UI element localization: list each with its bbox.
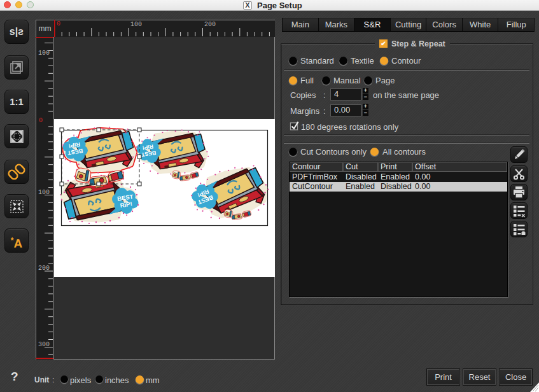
svg-text:100: 100 bbox=[130, 21, 142, 28]
svg-text:0: 0 bbox=[39, 117, 43, 124]
svg-text:100: 100 bbox=[38, 189, 50, 196]
svg-text:200: 200 bbox=[38, 265, 50, 272]
svg-text:200: 200 bbox=[204, 21, 216, 28]
svg-text:300: 300 bbox=[38, 341, 50, 348]
svg-text:0: 0 bbox=[57, 20, 60, 27]
svg-text:100: 100 bbox=[38, 50, 50, 57]
